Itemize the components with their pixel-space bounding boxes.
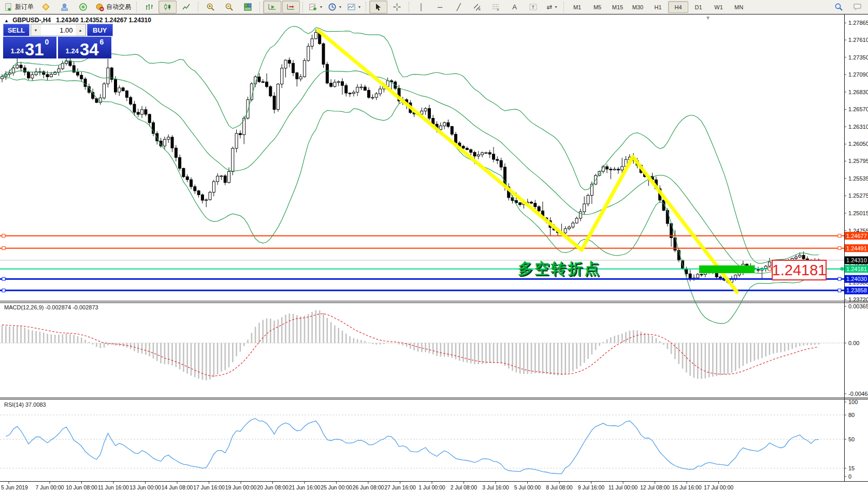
tab-timeframe-M1[interactable]: M1 [567,1,587,13]
tab-timeframe-H4[interactable]: H4 [668,1,688,13]
candlestick-chart-button[interactable] [158,1,177,13]
horizontal-line-tool[interactable]: ─ [431,1,449,13]
price-tick-label: 1.25535 [848,175,868,182]
mt4-window: { "toolbar": { "new_order_label": "新订单",… [0,0,868,491]
volume-input[interactable]: 1.00 [41,24,76,36]
price-tick-label: 1.25795 [848,158,868,164]
line-handle[interactable] [2,289,5,292]
tab-timeframe-W1[interactable]: W1 [708,1,729,13]
svg-text:E: E [479,8,481,11]
auto-trading-button[interactable]: 自动交易 [93,1,134,13]
trendline-tool[interactable]: ╱ [450,1,468,13]
trendline-icon: ╱ [457,4,461,10]
highlight-rectangle[interactable] [699,265,755,273]
crosshair-tool-button[interactable] [388,1,406,13]
price-tag-label: 1.24677 [846,233,867,239]
chart-shift-icon [286,3,295,11]
dropdown-caret-icon[interactable]: ▾ [555,5,557,9]
zoom-in-button[interactable] [201,1,220,13]
tab-timeframe-D1[interactable]: D1 [688,1,708,13]
dropdown-caret-icon[interactable]: ▾ [320,5,322,9]
price-tick-label: 1.25275 [848,192,868,199]
indicators-button[interactable]: ▾ [306,1,325,13]
separator [366,2,367,12]
sell-price-display[interactable]: 1.24 31 0 [3,37,56,58]
new-order-button[interactable]: 新订单 [2,1,36,13]
text-tool[interactable]: A [505,1,524,13]
signals-button[interactable] [74,1,92,13]
price-tag-label: 1.24491 [846,245,867,251]
bar-chart-button[interactable] [140,1,158,13]
tile-windows-icon [243,3,252,11]
time-tick-label: 5 Jun 2019 [1,484,28,490]
time-tick-label: 11 Jun 16:00 [98,484,129,490]
rsi-axis-label: 0 [848,473,851,480]
community-button[interactable] [55,1,74,13]
line-handle[interactable] [838,247,841,250]
collapse-triangle-icon[interactable]: ▲ [4,18,9,23]
time-tick-label: 26 Jun 08:00 [353,484,384,490]
market-watch-button[interactable] [37,1,55,13]
dropdown-caret-icon[interactable]: ▾ [339,5,341,9]
price-tag-label: 1.24030 [846,276,867,282]
tab-timeframe-H1[interactable]: H1 [648,1,668,13]
tab-timeframe-M30[interactable]: M30 [628,1,648,13]
tab-timeframe-M5[interactable]: M5 [587,1,607,13]
fibonacci-tool[interactable]: F [487,1,505,13]
chart-canvas[interactable]: 1.278651.276101.273501.270901.268301.265… [0,0,868,491]
sell-button[interactable]: SELL [3,24,30,36]
person-icon [60,3,69,11]
line-handle[interactable] [838,289,841,292]
line-handle[interactable] [2,247,5,250]
line-chart-icon [182,3,191,11]
line-handle[interactable] [838,234,841,237]
chart-title: ▲ GBPUSD-,H4 1.24340 1.24352 1.24267 1.2… [4,17,151,24]
channel-tool[interactable]: E [468,1,486,13]
tab-timeframe-MN[interactable]: MN [729,1,749,13]
scroll-anchor-icon[interactable]: ▼ [705,15,711,21]
buy-button[interactable]: BUY [87,24,113,36]
arrows-tool[interactable]: ⇄ ▾ [543,1,561,13]
price-tick-label: 1.27610 [848,37,868,43]
time-tick-label: 1 Jul 00:00 [418,484,445,490]
buy-price-display[interactable]: 1.24 34 6 [58,37,111,58]
time-tick-label: 20 Jun 08:00 [257,484,288,490]
time-tick-label: 25 Jun 00:00 [321,484,352,490]
text-label-tool[interactable]: T [524,1,542,13]
auto-scroll-button[interactable] [263,1,281,13]
volume-down-button[interactable]: ▼ [31,24,41,36]
time-tick-label: 10 Jun 08:00 [66,484,97,490]
hline-icon: ─ [438,4,442,10]
line-handle[interactable] [838,277,841,280]
ohlc-values: 1.24340 1.24352 1.24267 1.24310 [56,17,151,24]
tile-windows-button[interactable] [239,1,257,13]
buy-price-main: 34 [80,41,99,57]
tab-timeframe-M15[interactable]: M15 [607,1,628,13]
vertical-line-tool[interactable]: │ [412,1,430,13]
macd-axis-label: 0.00 [848,340,859,346]
yellow-trendline[interactable] [317,29,738,293]
dropdown-caret-icon[interactable]: ▾ [358,5,360,9]
cursor-tool-button[interactable] [369,1,387,13]
auto-trading-label: 自动交易 [106,3,131,11]
price-callout-box[interactable]: 1.24181 [772,260,827,280]
line-handle[interactable] [2,234,5,237]
line-chart-button[interactable] [177,1,195,13]
volume-up-button[interactable]: ▲ [76,24,85,36]
callout-anchor[interactable] [768,267,771,271]
svg-text:F: F [497,8,499,11]
templates-button[interactable]: ▾ [344,1,363,13]
zoom-out-button[interactable] [220,1,238,13]
time-tick-label: 27 Jun 16:00 [384,484,416,490]
text-icon: A [512,4,517,10]
callout-anchor[interactable] [841,267,844,271]
periods-button[interactable]: ▾ [325,1,344,13]
signal-icon [79,3,88,11]
turning-point-annotation[interactable]: 多空转折点 [518,259,601,279]
search-button[interactable] [830,1,848,13]
line-handle[interactable] [2,277,5,280]
chart-shift-button[interactable] [282,1,300,13]
gem-icon [41,3,50,11]
chat-button[interactable] [848,1,866,13]
candlestick-series [1,29,820,284]
